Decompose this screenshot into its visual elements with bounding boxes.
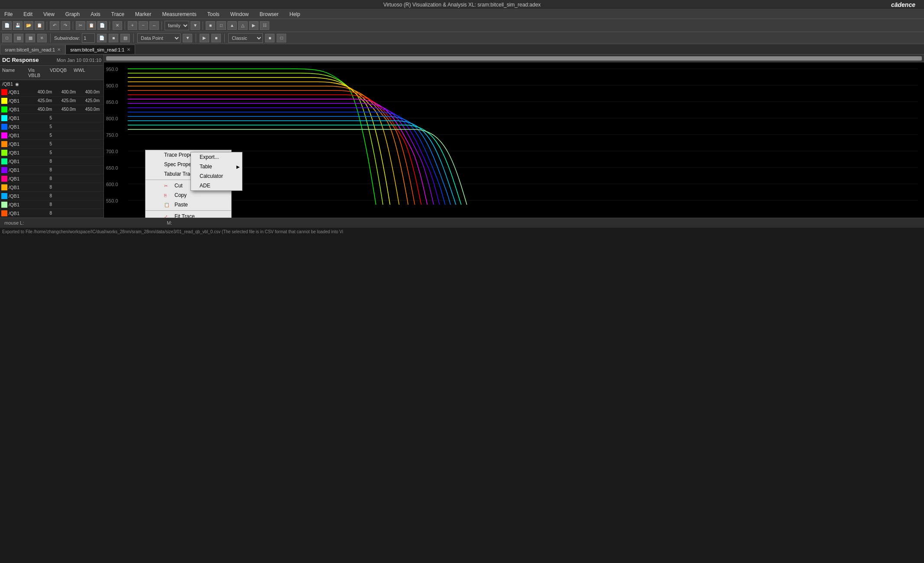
ctx-fit-trace[interactable]: ⤢ Fit Trace	[145, 212, 231, 218]
toolbar-btn-8[interactable]: ▲	[227, 21, 237, 30]
toolbar2-btn-2[interactable]: ▤	[14, 34, 23, 42]
sep-ctx-2	[145, 210, 231, 211]
toolbar-btn-zoom-in[interactable]: +	[128, 21, 137, 30]
toolbar-btn-grid[interactable]: ☷	[260, 21, 269, 30]
cut-icon: ✂	[164, 183, 171, 188]
trace-color-10	[1, 167, 7, 173]
data-point-select[interactable]: Data Point	[137, 33, 181, 43]
toolbar2-btn-10[interactable]: ■	[211, 34, 221, 42]
toolbar-btn-zoom-fit[interactable]: ↔	[149, 21, 159, 30]
col-wwl: WWL	[71, 67, 93, 79]
menu-bar: File Edit View Graph Axis Trace Marker M…	[0, 10, 924, 19]
trace-name-4: /QB1	[9, 116, 28, 121]
toolbar-btn-4[interactable]: 📋	[35, 21, 44, 30]
toolbar2-btn-11[interactable]: ■	[265, 34, 275, 42]
ctx-paste[interactable]: 📋 Paste	[145, 200, 231, 209]
toolbar-btn-zoom-out[interactable]: −	[139, 21, 148, 30]
toolbar2-btn-7[interactable]: ▤	[120, 34, 130, 42]
trace-vddqb-1: 400.0m	[52, 90, 76, 94]
tab-1-close[interactable]: ✕	[57, 47, 61, 52]
menu-axis[interactable]: Axis	[88, 10, 103, 18]
toolbar2-btn-1[interactable]: □	[2, 34, 12, 42]
toolbar2-btn-4[interactable]: ≡	[37, 34, 47, 42]
ctx-copy-label: Copy	[174, 192, 187, 198]
toolbar-btn-cut[interactable]: ✂	[76, 21, 85, 30]
family-select[interactable]: family	[165, 21, 189, 30]
tab-2[interactable]: sram:bitcell_sim_read:1:1 ✕	[65, 45, 135, 54]
trace-color-14	[1, 202, 7, 208]
toolbar2-btn-6[interactable]: ■	[109, 34, 118, 42]
toolbar-btn-6[interactable]: ■	[206, 21, 215, 30]
toolbar2-btn-3[interactable]: ▦	[26, 34, 35, 42]
ctx-table-arrow: ▶	[236, 164, 240, 169]
toolbar-btn-3[interactable]: 📂	[24, 21, 33, 30]
toolbar2-btn-8[interactable]: ▼	[183, 34, 192, 42]
menu-edit[interactable]: Edit	[21, 10, 35, 18]
left-panel: DC Response Mon Jan 10 03:01:10 Name Vis…	[0, 55, 104, 218]
mouse-m-label: M:	[167, 220, 172, 225]
ctx-copy[interactable]: ⎘ Copy	[145, 190, 231, 200]
trace-row: /QB1 8	[0, 209, 103, 218]
toolbar2-btn-12[interactable]: □	[277, 34, 286, 42]
classic-select[interactable]: Classic	[228, 33, 263, 43]
menu-marker[interactable]: Marker	[133, 10, 153, 18]
trace-wwl-3: 450.0m	[76, 107, 100, 112]
toolbar-btn-2[interactable]: 💾	[13, 21, 23, 30]
menu-help[interactable]: Help	[288, 10, 303, 18]
ctx-export[interactable]: Export...	[191, 152, 242, 162]
toolbar-btn-redo[interactable]: ↷	[61, 21, 70, 30]
toolbar-btn-9[interactable]: △	[238, 21, 248, 30]
sep1	[47, 21, 47, 30]
tab-2-close[interactable]: ✕	[127, 47, 130, 52]
plot-area[interactable]: 950.0 900.0 850.0 800.0 750.0 700.0 650.…	[104, 55, 924, 218]
ctx-ade[interactable]: ADE	[191, 181, 242, 190]
menu-tools[interactable]: Tools	[205, 10, 222, 18]
col-headers: Name Vis VBLB VDDQB WWL	[0, 66, 103, 80]
bottom-bar: Exported to File /home/zhangchen/workspa…	[0, 227, 924, 236]
toolbar-btn-copy[interactable]: 📋	[87, 21, 96, 30]
col-vis: Vis VBLB	[26, 67, 48, 79]
trace-color-13	[1, 193, 7, 199]
toolbar-btn-paste[interactable]: 📄	[97, 21, 107, 30]
sep8	[133, 34, 134, 42]
toolbar-btn-undo[interactable]: ↶	[50, 21, 59, 30]
trace-vddqb-2: 425.0m	[52, 98, 76, 103]
svg-text:800.0: 800.0	[106, 116, 118, 121]
trace-color-3	[1, 106, 7, 113]
ctx-table[interactable]: Table ▶	[191, 162, 242, 171]
toolbar-btn-delete[interactable]: ✕	[113, 21, 122, 30]
ctx-cut-label: Cut	[174, 183, 183, 189]
subwindow-input[interactable]	[82, 33, 95, 43]
toolbar-btn-7[interactable]: □	[216, 21, 226, 30]
menu-graph[interactable]: Graph	[63, 10, 82, 18]
toolbar2-btn-5[interactable]: 📄	[97, 34, 107, 42]
trace-row: /QB1 8	[0, 183, 103, 192]
trace-color-8	[1, 150, 7, 156]
trace-vis-3: 450.0m	[28, 107, 52, 112]
trace-row: /QB1 400.0m 400.0m 400.0m	[0, 88, 103, 97]
toolbar-btn-10[interactable]: ▶	[249, 21, 258, 30]
toolbar-btn-1[interactable]: 📄	[2, 21, 12, 30]
trace-color-2	[1, 98, 7, 104]
ctx-calculator[interactable]: Calculator	[191, 171, 242, 181]
toolbar-btn-5[interactable]: ▼	[191, 21, 200, 30]
menu-measurements[interactable]: Measurements	[160, 10, 198, 18]
menu-browser[interactable]: Browser	[258, 10, 281, 18]
content-area: DC Response Mon Jan 10 03:01:10 Name Vis…	[0, 55, 924, 218]
col-name: Name	[0, 67, 26, 79]
trace-wwl-2: 425.0m	[76, 98, 100, 103]
menu-trace[interactable]: Trace	[109, 10, 126, 18]
trace-name-3: /QB1	[9, 107, 28, 112]
menu-file[interactable]: File	[2, 10, 15, 18]
menu-window[interactable]: Window	[228, 10, 251, 18]
sep2	[73, 21, 73, 30]
toolbar2-btn-9[interactable]: ▶	[200, 34, 209, 42]
sep9	[196, 34, 196, 42]
tab-1[interactable]: sram:bitcell_sim_read:1 ✕	[0, 45, 65, 54]
menu-view[interactable]: View	[41, 10, 57, 18]
trace-name-15: /QB1	[9, 211, 28, 216]
trace-name-12: /QB1	[9, 185, 28, 190]
trace-row: /QB1 5	[0, 131, 103, 140]
svg-text:700.0: 700.0	[106, 149, 118, 154]
cadence-logo: cādence	[891, 1, 915, 8]
